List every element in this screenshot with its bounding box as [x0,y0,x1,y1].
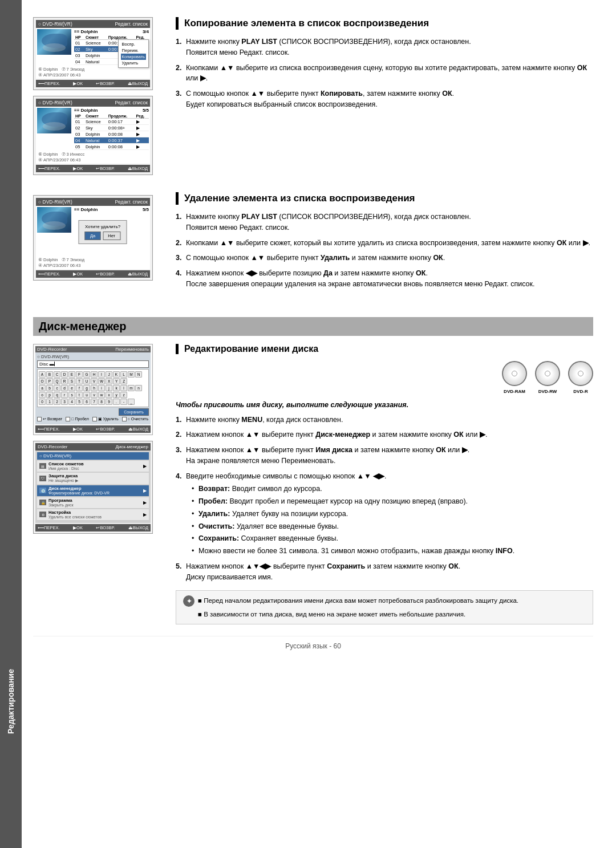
step1-3: 3. С помощью кнопок ▲▼ выберите пункт Ко… [176,88,593,110]
screen2-table: НРСюжетПродолж.Ред. 01Science0:00:17▶ 02… [74,113,149,150]
kbd-row-5: 0123456789.-_ [39,399,147,405]
bullet-info: Можно ввести не более 31 символа. 31 сим… [192,546,593,557]
kbd-row-1: ABCDEFGHIJKLMN [39,371,147,378]
screen3-header-right: Редакт. список [115,199,148,205]
screen1-thumbnail [37,29,71,55]
delete-dialog-text: Хотите удалить? [85,224,121,229]
bottom-screenshots: DVD-Recorder Переименовать ○ DVD-RW(VR) … [33,344,159,625]
screen2-thumbnail [37,108,71,133]
step1-1: 1. Нажмите кнопку PLAY LIST (СПИСОК ВОСП… [176,36,593,58]
ctx-menu-item-copy: Копировать [121,54,146,60]
dm-step1: 1. Нажмите кнопку MENU, когда диск остан… [176,415,593,425]
sidebar-tab: Редактирование [0,0,22,848]
step2-3: 3. С помощью кнопок ▲▼ выберите пункт Уд… [176,253,593,263]
page-container: Редактирование ○ DVD-RW(VR) Редакт. спис… [0,0,616,848]
screen2-footer: ⟵ПЕРЕХ.▶OK↩ВОЗВР.⏏ВЫХОД [36,165,150,172]
delete-section: ○ DVD-RW(VR) Редакт. список ≡≡ Dolphin [33,192,593,294]
copy-section: ○ DVD-RW(VR) Редакт. список ≡≡ Dolphin [33,17,593,175]
dm-step2: 2. Нажатием кнопок ▲▼ выберите пункт Дис… [176,429,593,440]
dm-step4: 4. Введите необходимые символы с помощью… [176,471,593,557]
step2-4: 4. Нажатием кнопок ◀▶ выберите позицию Д… [176,268,593,290]
screen1-title: ≡≡ Dolphin [74,29,98,34]
delete-screenshots: ○ DVD-RW(VR) Редакт. список ≡≡ Dolphin [33,192,159,294]
screen4-header: DVD-Recorder Переименовать [35,346,151,352]
bullet-return: Возврат: Вводит символ до курсора. [192,484,593,494]
screen2-title: ≡≡ Dolphin [74,108,98,113]
menu-item-4-content: Программа Закрыть диск [48,498,73,507]
note-icon: ✦ [183,595,194,607]
section2-heading: Удаление элемента из списка воспроизведе… [176,192,593,205]
screen2-header-right: Редакт. список [115,100,148,106]
screen2-header: ○ DVD-RW(VR) Редакт. список [36,99,150,107]
dialog-no-btn[interactable]: Нет [103,232,120,240]
screen1-header: ○ DVD-RW(VR) Редакт. список [36,20,150,28]
screen3-date: ④ АПР/23/2007 06:43 [37,263,149,268]
screen3-body: ≡≡ Dolphin 5/5 Хотите удалить? Да Нет [36,206,150,269]
note-box: ✦ ■ Перед началом редактирования имени д… [176,590,593,624]
menu-item-1-content: Список сюжетов Имя диска : Disc [48,461,84,470]
menu-item-program[interactable]: 🔒 Программа Закрыть диск ▶ [37,497,149,509]
dm-step4-bullets: Возврат: Вводит символ до курсора. Пробе… [186,484,593,557]
ctx-menu-item-1: Воспр. [121,41,146,47]
menu-item-diskmanager[interactable]: 💿 Диск-менеджер Форматирование диска: DV… [37,485,149,497]
footer-text: Русский язык - 60 [285,642,341,650]
bullet-save: Сохранить: Сохраняет введенные буквы. [192,533,593,544]
screen1-context-menu: Воспр. Переим. Копировать Удалить [118,39,149,68]
menu-item-protection[interactable]: 🛡 Защита диска Не защищено ▶ [37,473,149,485]
screen4-subtitle: ○ DVD-RW(VR) [37,354,149,359]
dialog-yes-btn[interactable]: Да [85,232,100,240]
dvd-rw-label: DVD-RW [535,389,560,394]
bottom-section: DVD-Recorder Переименовать ○ DVD-RW(VR) … [33,344,593,625]
note-content: ■ Перед началом редактирования имени дис… [198,595,518,619]
kbd-row-2: OPQRSTUVWXYZ [39,378,147,384]
screen4-header-right: Переименовать [115,347,149,352]
bullet-clear: Очистить: Удаляет все введенные буквы. [192,521,593,532]
disk-manager-steps: 1. Нажмите кнопку MENU, когда диск остан… [176,415,593,583]
menu-item-playlist[interactable]: ▤ Список сюжетов Имя диска : Disc ▶ [37,461,149,472]
protection-icon: 🛡 [39,476,46,481]
bullet-delete: Удалить: Удаляет букву на позиции курсор… [192,509,593,520]
screen3-header: ○ DVD-RW(VR) Редакт. список [36,198,150,206]
step2-2: 2. Кнопками ▲▼ выберите сюжет, который в… [176,238,593,249]
dvd-r-label: DVD-R [568,389,593,394]
delete-instructions: Удаление элемента из списка воспроизведе… [176,192,593,294]
dvd-ram-container: DVD-RAM [502,361,527,394]
dvd-r-container: DVD-R [568,361,593,394]
screen5-subtitle: ○ DVD-RW(VR) [37,452,149,460]
screen5-mockup: DVD-Recorder Диск-менеджер ○ DVD-RW(VR) … [33,441,153,534]
note-item-2: ■ В зависимости от типа диска, вид меню … [198,609,518,619]
section1-steps: 1. Нажмите кнопку PLAY LIST (СПИСОК ВОСП… [176,36,593,110]
page-footer: Русский язык - 60 [33,636,593,650]
save-button[interactable]: Сохранить [119,408,149,416]
settings-icon: ⚙ [39,512,46,517]
section2-steps: 1. Нажмите кнопку PLAY LIST (СПИСОК ВОСП… [176,212,593,290]
bullet-space: Пробел: Вводит пробел и перемещает курсо… [192,496,593,507]
screen4-header-left: DVD-Recorder [37,347,67,352]
ctx-menu-item-2: Переим. [121,47,146,54]
screen2-header-left: ○ DVD-RW(VR) [38,100,72,106]
screen1-mockup: ○ DVD-RW(VR) Редакт. список ≡≡ Dolphin [33,17,153,90]
kbd-row-4: opqrstuvwxyz [39,392,147,398]
step1-2: 2. Кнопками ▲▼ выберите из списка воспро… [176,63,593,84]
italic-note: Чтобы присвоить имя диску, выполните сле… [176,401,593,409]
screen3-mockup: ○ DVD-RW(VR) Редакт. список ≡≡ Dolphin [33,195,153,281]
screen1-header-left: ○ DVD-RW(VR) [38,21,72,27]
screen3-header-left: ○ DVD-RW(VR) [38,199,72,205]
screen1-header-right: Редакт. список [115,21,148,27]
screen4-input[interactable]: Disc ▬ [37,360,149,368]
section1-heading: Копирование элемента в список воспроизве… [176,17,593,30]
screen1-page: 3/4 [143,29,149,34]
disk-manager-heading: Диск-менеджер [33,317,593,336]
diskmanager-icon: 💿 [39,488,46,493]
menu-item-5-content: Настройка Удалить все списки сюжетов [48,510,102,519]
note-item-1: ■ Перед началом редактирования имени дис… [198,595,518,606]
menu-item-settings[interactable]: ⚙ Настройка Удалить все списки сюжетов ▶ [37,509,149,521]
disk-manager-section: Диск-менеджер DVD-Recorder Переименовать… [33,317,593,625]
bottom-instructions: Редактирование имени диска DVD-RAM [176,344,593,625]
copy-screenshots: ○ DVD-RW(VR) Редакт. список ≡≡ Dolphin [33,17,159,175]
sidebar-label: Редактирование [6,669,15,734]
copy-instructions: Копирование элемента в список воспроизве… [176,17,593,175]
main-content: ○ DVD-RW(VR) Редакт. список ≡≡ Dolphin [22,0,616,848]
dm-step5: 5. Нажатием кнопок ▲▼◀▶ выберите пункт С… [176,561,593,583]
menu-item-2-content: Защита диска Не защищено ▶ [48,473,78,483]
